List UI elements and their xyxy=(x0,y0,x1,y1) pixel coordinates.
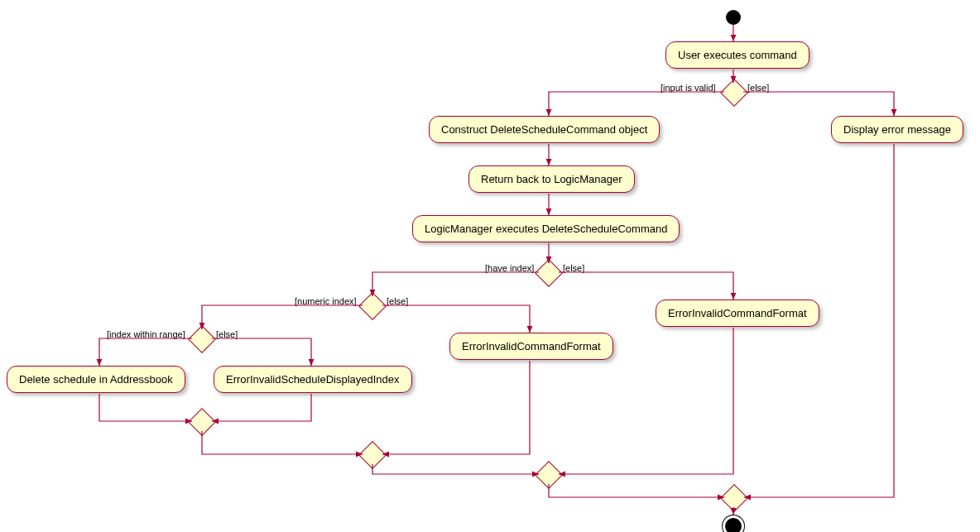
edges xyxy=(0,0,980,532)
